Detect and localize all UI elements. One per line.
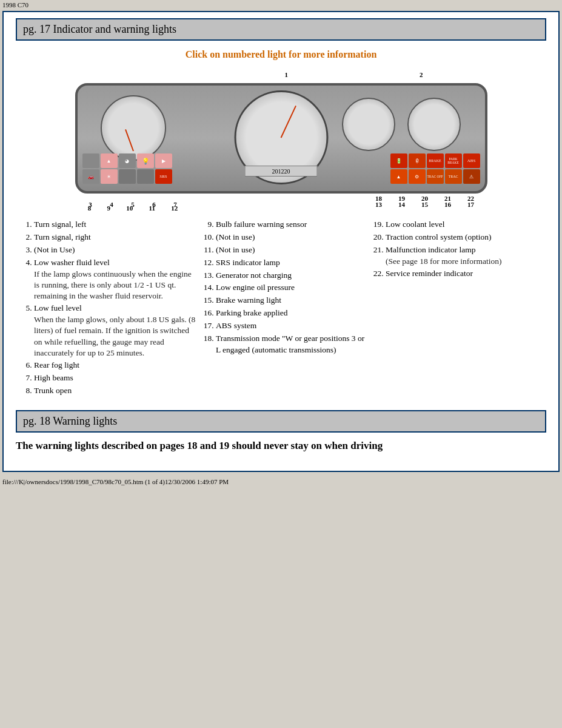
ind-19[interactable]: ⚙: [409, 169, 426, 184]
bottom-nums-right2: 18 19 20 21 22: [367, 195, 483, 202]
list-item: Trunk open: [34, 385, 198, 397]
dn-12[interactable]: 12: [171, 204, 178, 208]
ind-21[interactable]: TRAC: [445, 169, 462, 184]
list-item: SRS indicator lamp: [216, 257, 367, 269]
list-item: Brake warning light: [216, 295, 367, 306]
ind-4[interactable]: ▲: [101, 153, 118, 168]
page18-section: pg. 18 Warning lights The warning lights…: [16, 410, 546, 453]
list-item: Traction control system (option): [386, 232, 537, 243]
ind-14[interactable]: 🛢: [409, 153, 426, 168]
list-item: Service reminder indicator: [386, 268, 537, 280]
status-bar: file:///K|/ownersdocs/1998/1998_C70/98c7…: [0, 477, 562, 487]
speed-needle: [281, 106, 296, 138]
list-item: (Not in use): [216, 232, 367, 243]
ind-18[interactable]: ▲: [390, 169, 407, 184]
list-item: (Not in Use): [34, 244, 198, 256]
ind-17[interactable]: ABS: [463, 153, 480, 168]
list2: Bulb failure warning sensor (Not in use)…: [204, 219, 367, 356]
list-item: Malfunction indicator lamp (See page 18 …: [386, 244, 537, 267]
right-indicators-row1: 🔋 🛢 BRAKE PARK BRAKE ABS: [390, 153, 480, 168]
dash-num-2[interactable]: 2: [420, 71, 423, 78]
dn-20[interactable]: 20: [421, 195, 428, 202]
ind-15[interactable]: BRAKE: [427, 153, 444, 168]
dashboard-body: 201220 ▲ ◕ 💡 ▶ 🚗 ☀: [75, 83, 487, 194]
dn-22[interactable]: 22: [467, 195, 474, 202]
list3: Low coolant level Traction control syste…: [373, 219, 537, 280]
list-item: Parking brake applied: [216, 308, 367, 319]
list-item: Low engine oil pressure: [216, 282, 367, 294]
dash-num-1[interactable]: 1: [285, 71, 289, 78]
dn-11[interactable]: 11: [149, 204, 155, 208]
indicator-lists: Turn signal, left Turn signal, right (No…: [16, 219, 546, 398]
dn-9[interactable]: 9: [107, 204, 110, 208]
dn-18[interactable]: 18: [375, 195, 382, 202]
page17-header: pg. 17 Indicator and warning lights: [16, 18, 546, 41]
odometer: 201220: [245, 166, 318, 177]
list-item: Turn signal, left: [34, 219, 198, 231]
ind-22[interactable]: ⚠: [463, 169, 480, 184]
list-item: (Not in use): [216, 244, 367, 256]
page17-content: pg. 17 Indicator and warning lights Clic…: [2, 11, 560, 472]
page18-header: pg. 18 Warning lights: [16, 410, 546, 433]
speedometer: 201220: [234, 90, 328, 184]
ind-8[interactable]: 🚗: [82, 169, 99, 184]
ind-7[interactable]: ▶: [155, 153, 172, 168]
item21-desc: (See page 18 for more information): [386, 256, 537, 267]
list-item: Turn signal, right: [34, 232, 198, 243]
tach-needle: [125, 129, 134, 151]
ind-20[interactable]: TRAC OFF: [427, 169, 444, 184]
window-title: 1998 C70: [0, 0, 562, 10]
list-item: Low washer fluid level If the lamp glows…: [34, 257, 198, 302]
fuel-gauge: [407, 98, 461, 151]
list-col2: Bulb failure warning sensor (Not in use)…: [198, 219, 367, 398]
ind-5[interactable]: ◕: [119, 153, 136, 168]
list-item: Rear fog light: [34, 360, 198, 371]
item4-desc: If the lamp glows continuously when the …: [34, 269, 198, 302]
dn-10[interactable]: 10: [126, 204, 133, 208]
left-indicators-row1: ▲ ◕ 💡 ▶: [82, 153, 172, 168]
ind-11[interactable]: [137, 169, 154, 184]
tachometer: [101, 95, 166, 161]
list-item: Low fuel level When the lamp glows, only…: [34, 303, 198, 359]
list-item: Low coolant level: [386, 219, 537, 231]
left-indicators-row2: 🚗 ☀ SRS: [82, 169, 172, 184]
dn-21[interactable]: 21: [444, 195, 451, 202]
list1: Turn signal, left Turn signal, right (No…: [22, 219, 198, 397]
list-item: Transmission mode "W or gear positions 3…: [216, 333, 367, 356]
ind-12[interactable]: SRS: [155, 169, 172, 184]
ind-10[interactable]: [119, 169, 136, 184]
warning-text: The warning lights described on pages 18…: [16, 439, 546, 453]
list-col1: Turn signal, left Turn signal, right (No…: [16, 219, 198, 398]
ind-6[interactable]: 💡: [137, 153, 154, 168]
list-item: Bulb failure warning sensor: [216, 219, 367, 231]
ind-9[interactable]: ☀: [101, 169, 118, 184]
bottom-nums-left2: 8 9 10 11 12: [80, 204, 186, 208]
dn-19[interactable]: 19: [398, 195, 405, 202]
right-indicators-row2: ▲ ⚙ TRAC OFF TRAC ⚠: [390, 169, 480, 184]
temp-gauge: [342, 98, 395, 151]
click-instruction: Click on numbered light for more informa…: [16, 49, 546, 60]
list-item: Generator not charging: [216, 270, 367, 281]
ind-3[interactable]: [82, 153, 99, 168]
ind-16[interactable]: PARK BRAKE: [445, 153, 462, 168]
list-item: ABS system: [216, 320, 367, 332]
ind-13[interactable]: 🔋: [390, 153, 407, 168]
list-item: High beams: [34, 372, 198, 384]
dashboard-diagram: 1 2 201220 ▲: [16, 69, 546, 208]
list-col3: Low coolant level Traction control syste…: [367, 219, 537, 398]
dn-8[interactable]: 8: [88, 204, 92, 208]
item5-desc: When the lamp glows, only about 1.8 US g…: [34, 314, 198, 359]
